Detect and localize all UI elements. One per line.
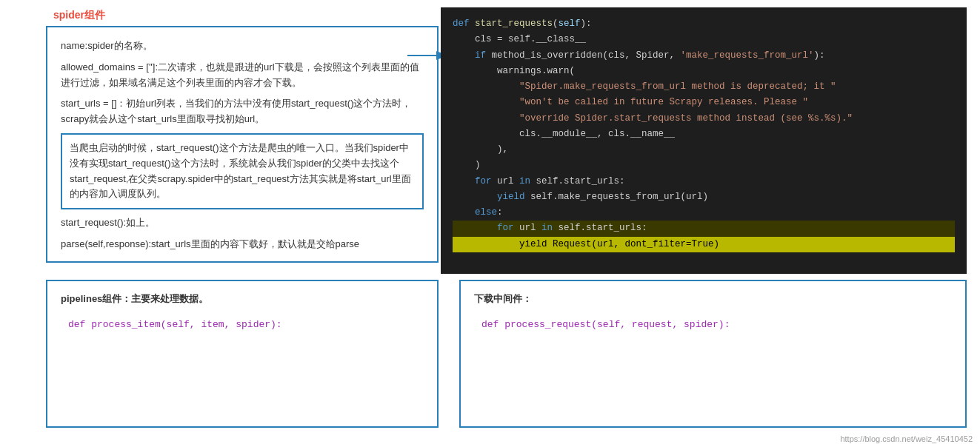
code-line-9: ), [453,142,955,158]
code-line-12: yield self.make_requests_from_url(url) [453,189,955,205]
spider-highlight-box: 当爬虫启动的时候，start_request()这个方法是爬虫的唯一入口。当我们… [61,133,424,209]
downloader-box: 下载中间件： def process_request(self, request… [459,280,967,428]
spider-allowed-domains-line: allowed_domains = ['']:二次请求，也就是跟进的url下载是… [61,60,424,91]
code-line-11: for url in self.start_urls: [453,174,955,189]
page-container: spider组件 name:spider的名称。 allowed_domains… [0,0,980,447]
downloader-code: def process_request(self, request, spide… [481,319,952,330]
spider-highlight-text: 当爬虫启动的时候，start_request()这个方法是爬虫的唯一入口。当我们… [70,142,411,199]
code-line-7: "override Spider.start_requests method i… [453,111,955,127]
pipeline-code: def process_item(self, item, spider): [68,319,424,330]
code-line-15: yield Request(url, dont_filter=True) [453,237,955,252]
code-line-3: if method_is_overridden(cls, Spider, 'ma… [453,48,955,64]
code-panel: def start_requests(self): cls = self.__c… [441,7,967,274]
code-line-2: cls = self.__class__ [453,32,955,47]
code-line-14: for url in self.start_urls: [453,221,955,236]
downloader-title: 下载中间件： [474,292,952,306]
spider-label: spider组件 [53,9,105,22]
spider-info-box: name:spider的名称。 allowed_domains = ['']:二… [46,26,439,263]
code-line-6: "won't be called in future Scrapy releas… [453,95,955,110]
spider-start-request-line: start_request():如上。 [61,215,424,231]
pipeline-box: pipelines组件：主要来处理数据。 def process_item(se… [46,280,439,428]
spider-name-line: name:spider的名称。 [61,38,424,54]
page-url: https://blog.csdn.net/weiz_45410452 [840,434,973,443]
code-line-10: ) [453,158,955,173]
code-line-5: "Spider.make_requests_from_url method is… [453,79,955,95]
spider-start-urls-line: start_urls = []：初始url列表，当我们的方法中没有使用start… [61,96,424,127]
code-line-1: def start_requests(self): [453,16,955,32]
spider-parse-line: parse(self,response):start_urls里面的内容下载好，… [61,237,424,252]
code-line-4: warnings.warn( [453,64,955,79]
code-line-13: else: [453,205,955,221]
pipeline-title: pipelines组件：主要来处理数据。 [61,292,424,306]
code-line-8: cls.__module__, cls.__name__ [453,127,955,142]
